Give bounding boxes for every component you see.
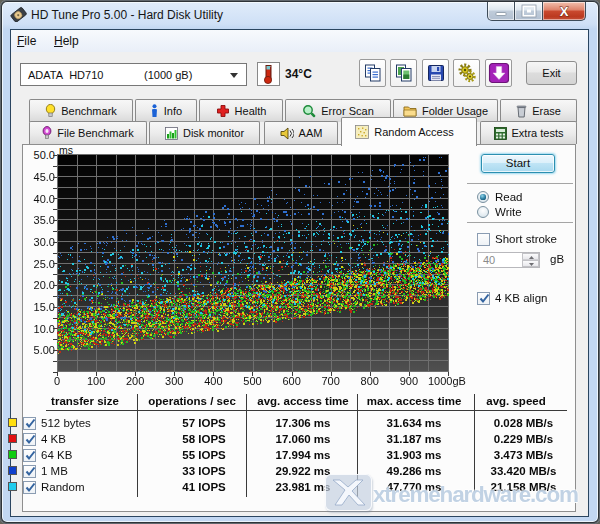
svg-text:X: X <box>560 4 569 19</box>
